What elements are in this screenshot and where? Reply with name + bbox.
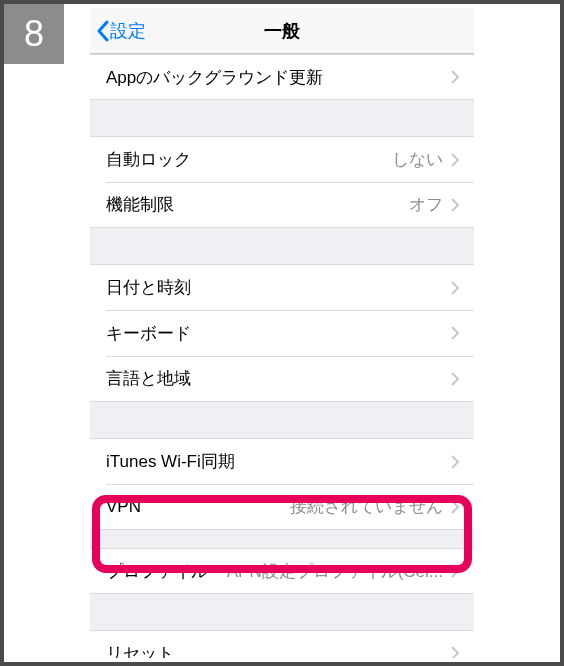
back-label: 設定 <box>110 19 146 43</box>
row-label: iTunes Wi-Fi同期 <box>106 450 235 473</box>
chevron-right-icon <box>451 500 460 514</box>
row-label: Appのバックグラウンド更新 <box>106 66 323 89</box>
row-reset[interactable]: リセット <box>90 630 474 658</box>
page-title: 一般 <box>90 19 474 43</box>
row-label: VPN <box>106 497 141 517</box>
group-lock: 自動ロック しない 機能制限 オフ <box>90 136 474 228</box>
navigation-bar: 設定 一般 <box>90 8 474 54</box>
row-keyboard[interactable]: キーボード <box>90 310 474 356</box>
step-number-badge: 8 <box>4 4 64 64</box>
group-sync: iTunes Wi-Fi同期 VPN 接続されていません <box>90 438 474 530</box>
group-datetime: 日付と時刻 キーボード 言語と地域 <box>90 264 474 402</box>
row-language-region[interactable]: 言語と地域 <box>90 356 474 402</box>
row-label: リセット <box>106 642 174 659</box>
back-button[interactable]: 設定 <box>90 19 146 43</box>
row-value: APN設定プロファイル(Cel... <box>227 560 443 583</box>
row-date-time[interactable]: 日付と時刻 <box>90 264 474 310</box>
chevron-right-icon <box>451 281 460 295</box>
chevron-right-icon <box>451 372 460 386</box>
row-label: キーボード <box>106 322 191 345</box>
phone-screen: 設定 一般 Appのバックグラウンド更新 自動ロック しない 機能制限 <box>90 8 474 658</box>
row-label: プロファイル <box>106 560 208 583</box>
row-restrictions[interactable]: 機能制限 オフ <box>90 182 474 228</box>
row-value: オフ <box>409 193 443 216</box>
chevron-right-icon <box>451 153 460 167</box>
chevron-right-icon <box>451 646 460 658</box>
chevron-left-icon <box>96 20 110 42</box>
row-label: 自動ロック <box>106 148 191 171</box>
row-label: 日付と時刻 <box>106 276 191 299</box>
settings-list: Appのバックグラウンド更新 自動ロック しない 機能制限 オフ <box>90 54 474 658</box>
chevron-right-icon <box>451 70 460 84</box>
row-itunes-wifi-sync[interactable]: iTunes Wi-Fi同期 <box>90 438 474 484</box>
row-value: 接続されていません <box>290 495 443 518</box>
group-profile: プロファイル APN設定プロファイル(Cel... <box>90 548 474 594</box>
row-vpn[interactable]: VPN 接続されていません <box>90 484 474 530</box>
chevron-right-icon <box>451 455 460 469</box>
row-profile[interactable]: プロファイル APN設定プロファイル(Cel... <box>90 548 474 594</box>
chevron-right-icon <box>451 198 460 212</box>
chevron-right-icon <box>451 326 460 340</box>
row-value: しない <box>392 148 443 171</box>
group-app-refresh: Appのバックグラウンド更新 <box>90 54 474 100</box>
chevron-right-icon <box>451 564 460 578</box>
row-auto-lock[interactable]: 自動ロック しない <box>90 136 474 182</box>
group-reset: リセット <box>90 630 474 658</box>
row-label: 言語と地域 <box>106 367 191 390</box>
row-app-background-refresh[interactable]: Appのバックグラウンド更新 <box>90 54 474 100</box>
row-label: 機能制限 <box>106 193 174 216</box>
